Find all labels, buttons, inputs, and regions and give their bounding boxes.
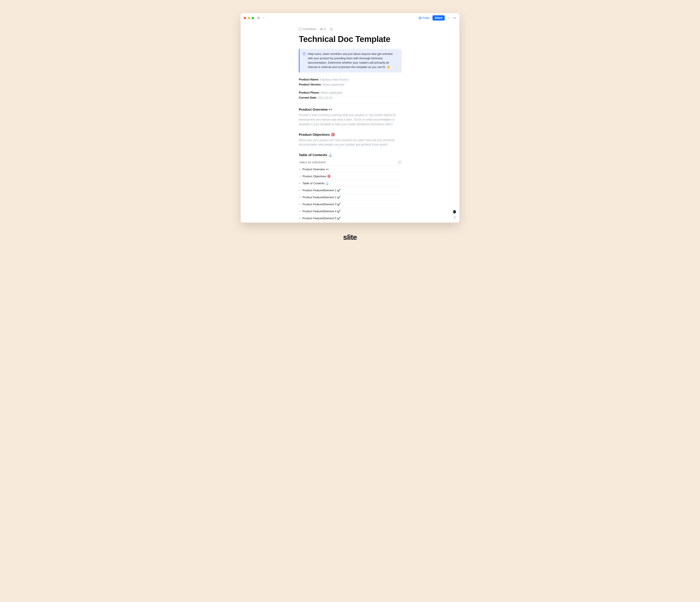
views-count: 0 (324, 28, 326, 31)
field-product-version: Product Version: Where applicable (299, 82, 402, 87)
field-product-name: Product Name: Fabulous New Product (299, 77, 402, 82)
field-label: Product Name: (299, 78, 319, 81)
bullet-icon (299, 190, 300, 191)
toc-item[interactable]: Table of Contents ⚓ (299, 180, 402, 187)
field-label: Product Version: (299, 83, 322, 86)
toc-item[interactable]: Product Objectives 🎯 (299, 173, 402, 180)
titlebar-right: Public Share ☆ ••• (419, 15, 456, 21)
theme-toggle-icon[interactable]: 🌘 (452, 210, 456, 214)
toc-item[interactable]: Product Feature/Element 1 ✔️ (299, 187, 402, 194)
section-objectives: Product Objectives 🎯 What does your prod… (299, 133, 402, 147)
section-title: Product Overview 👀 (299, 108, 402, 111)
spacer (299, 87, 402, 90)
titlebar-left: ‹ › (244, 16, 267, 20)
toc-item[interactable]: Product Feature/Element 4 ✔️ (299, 208, 402, 215)
bullet-icon (299, 169, 300, 170)
objectives-placeholder[interactable]: What does your product do? How should it… (299, 138, 402, 147)
nav-back-icon[interactable]: ‹ (263, 16, 264, 20)
doc-meta-row: Comments 0 (299, 28, 402, 31)
comments-button[interactable]: Comments (299, 28, 316, 31)
toc-item[interactable]: Product Feature/Element 3 ✔️ (299, 201, 402, 208)
nav-arrows: ‹ › (263, 16, 267, 20)
field-product-phase: Product Phase: Where applicable (299, 90, 402, 95)
more-menu-icon[interactable]: ••• (453, 17, 456, 20)
globe-icon (419, 17, 422, 20)
toc-list: Product Overview 👀 Product Objectives 🎯 … (299, 166, 402, 221)
comments-label: Comments (303, 28, 316, 31)
toc-header-label: TABLE OF CONTENTS (299, 161, 326, 164)
callout-text: Help users, team members and just about … (308, 52, 398, 70)
bullet-icon (299, 183, 300, 184)
close-window-icon[interactable] (244, 17, 246, 19)
field-group-2: Product Phase: Where applicable Current … (299, 90, 402, 100)
window-inner: ‹ › Public Share ☆ ••• Comments (241, 13, 459, 223)
toc-item[interactable]: Product Feature/Element 5 ✔️ (299, 215, 402, 221)
page-title: Technical Doc Template (299, 34, 402, 44)
section-title: Product Objectives 🎯 (299, 133, 402, 137)
bullet-icon (299, 218, 300, 219)
comment-icon (299, 28, 302, 30)
toc-item-label: Product Feature/Element 2 ✔️ (302, 195, 341, 199)
collapse-toc-icon[interactable]: ˄ (398, 160, 402, 164)
info-callout: Help users, team members and just about … (299, 49, 402, 73)
field-label: Product Phase: (299, 91, 320, 94)
bullet-icon (299, 204, 300, 205)
toc-item-label: Product Objectives 🎯 (302, 175, 331, 178)
toc-item[interactable]: Product Overview 👀 (299, 166, 402, 173)
favorite-star-icon[interactable]: ☆ (447, 16, 450, 20)
toc-item-label: Product Feature/Element 1 ✔️ (302, 189, 341, 192)
history-button[interactable] (330, 28, 332, 31)
toc-item-label: Product Feature/Element 3 ✔️ (302, 203, 341, 206)
info-icon (302, 52, 306, 55)
bullet-icon (299, 176, 300, 177)
traffic-lights (244, 17, 254, 19)
bullet-icon (299, 197, 300, 198)
field-value[interactable]: Fabulous New Product (320, 78, 349, 81)
maximize-window-icon[interactable] (252, 17, 254, 19)
document-content: Comments 0 Technical Doc Template Help u… (241, 28, 459, 221)
views-indicator[interactable]: 0 (320, 28, 326, 31)
app-window: ‹ › Public Share ☆ ••• Comments (241, 13, 459, 223)
help-icon[interactable]: ? (454, 216, 455, 219)
field-value[interactable]: Where applicable (322, 83, 344, 86)
titlebar: ‹ › Public Share ☆ ••• (241, 13, 459, 23)
field-value[interactable]: Where applicable (321, 91, 342, 94)
toggle-sidebar-icon[interactable] (257, 17, 260, 19)
bullet-icon (299, 211, 300, 212)
field-current-date: Current Date: 2021-03-23 (299, 96, 402, 100)
public-chip[interactable]: Public (419, 17, 430, 20)
toc-item-label: Table of Contents ⚓ (302, 182, 329, 185)
field-group-1: Product Name: Fabulous New Product Produ… (299, 77, 402, 87)
toc-item-label: Product Overview 👀 (302, 168, 329, 171)
section-overview: Product Overview 👀 Provide a brief summa… (299, 108, 402, 126)
toc-item[interactable]: Product Feature/Element 2 ✔️ (299, 194, 402, 201)
toc-header-row: TABLE OF CONTENTS ˄ (299, 159, 402, 166)
minimize-window-icon[interactable] (248, 17, 250, 19)
overview-placeholder[interactable]: Provide a brief summary covering what yo… (299, 113, 402, 126)
field-label: Current Date: (299, 96, 317, 99)
document-wrap: Comments 0 Technical Doc Template Help u… (299, 28, 402, 221)
share-button[interactable]: Share (432, 15, 445, 21)
eye-icon (320, 28, 323, 30)
toc-item-label: Product Feature/Element 5 ✔️ (302, 217, 341, 220)
brand-logo: slite (343, 233, 357, 241)
nav-forward-icon[interactable]: › (267, 16, 268, 20)
toc-heading: Table of Contents ⚓ (299, 153, 402, 157)
public-label: Public (422, 17, 430, 20)
field-value[interactable]: 2021-03-23 (318, 96, 332, 99)
toc-item-label: Product Feature/Element 4 ✔️ (302, 210, 341, 213)
clock-icon (330, 28, 332, 31)
